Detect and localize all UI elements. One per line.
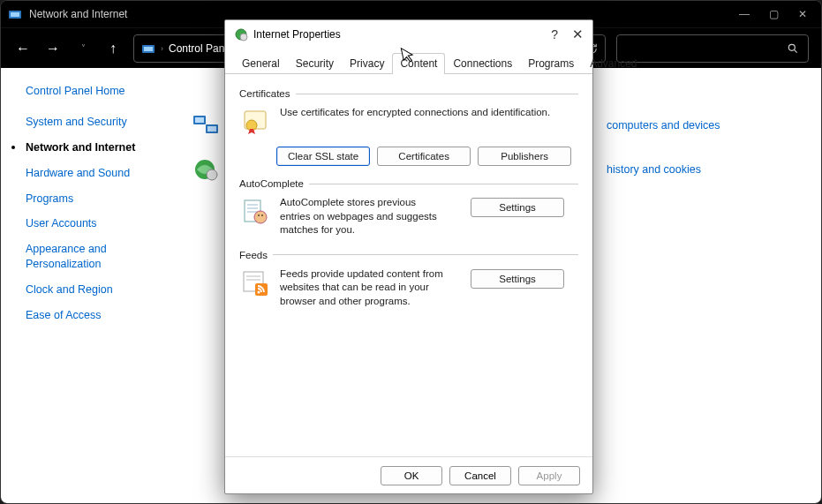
dialog-icon [234,27,248,41]
svg-point-11 [207,169,217,180]
svg-rect-1 [11,12,19,17]
back-button[interactable]: ← [13,41,33,56]
sidebar-item-hardware-sound[interactable]: Hardware and Sound [26,166,163,181]
dialog-close-button[interactable]: ✕ [572,26,584,42]
certificates-button[interactable]: Certificates [377,147,471,166]
help-button[interactable]: ? [551,27,558,41]
sidebar-item-home[interactable]: Control Panel Home [26,84,163,99]
dialog-titlebar: Internet Properties ? ✕ [225,20,592,49]
network-status-icon [193,114,220,137]
svg-point-20 [254,211,267,223]
chevron-right-icon: › [161,44,163,53]
internet-properties-dialog: Internet Properties ? ✕ General Security… [224,19,593,494]
certificates-label: Certificates [239,88,578,99]
control-panel-icon [141,41,155,56]
feeds-settings-button[interactable]: Settings [471,269,564,289]
svg-rect-9 [207,126,216,132]
svg-point-27 [258,290,260,293]
certificate-icon [239,106,271,138]
autocomplete-section: AutoComplete AutoComplete stores previou… [239,178,578,237]
ok-button[interactable]: OK [381,466,442,485]
certificates-section: Certificates Use certificates for encryp… [239,88,578,166]
minimize-button[interactable]: — [739,8,750,20]
sidebar-item-system-security[interactable]: System and Security [26,115,163,130]
dialog-body: Certificates Use certificates for encryp… [225,74,592,456]
tab-advanced[interactable]: Advanced [582,53,645,74]
close-button[interactable]: ✕ [798,8,807,20]
svg-rect-3 [144,47,153,51]
tab-content[interactable]: Content [392,53,445,74]
feeds-section: Feeds Feeds provide updated content from… [239,250,578,309]
sidebar-item-user-accounts[interactable]: User Accounts [26,216,163,231]
dialog-footer: OK Cancel Apply [225,456,592,493]
svg-rect-8 [195,117,204,123]
tab-security[interactable]: Security [288,53,342,74]
window-title: Network and Internet [29,8,127,20]
window-controls: — ▢ ✕ [739,8,814,20]
publishers-button[interactable]: Publishers [478,147,571,166]
window-icon [8,7,22,21]
tab-programs[interactable]: Programs [520,53,582,74]
tab-privacy[interactable]: Privacy [342,53,392,74]
sidebar-item-clock-region[interactable]: Clock and Region [26,282,163,297]
sidebar-item-programs[interactable]: Programs [26,192,163,207]
history-dropdown[interactable]: ˅ [73,43,93,53]
autocomplete-icon [239,196,271,228]
sidebar-item-network-internet[interactable]: Network and Internet [26,140,163,155]
svg-line-5 [794,49,796,52]
internet-options-icon [193,158,220,181]
feeds-icon [239,267,271,299]
feeds-desc: Feeds provide updated content from websi… [280,267,448,309]
tab-connections[interactable]: Connections [445,53,520,74]
bg-link-history[interactable]: history and cookies [607,163,701,176]
svg-point-21 [258,214,260,216]
svg-point-22 [261,214,263,216]
svg-point-13 [240,34,247,41]
tab-general[interactable]: General [234,53,288,74]
apply-button[interactable]: Apply [518,466,580,485]
breadcrumb-item[interactable]: Control Panel [169,42,233,55]
autocomplete-desc: AutoComplete stores previous entries on … [280,196,439,237]
sidebar: Control Panel Home System and Security N… [1,68,177,503]
dialog-title: Internet Properties [253,28,341,41]
search-box[interactable] [616,34,809,63]
up-button[interactable]: ↑ [103,41,123,56]
maximize-button[interactable]: ▢ [769,8,779,20]
sidebar-item-appearance[interactable]: Appearance and Personalization [26,242,163,272]
autocomplete-settings-button[interactable]: Settings [471,198,564,217]
svg-rect-26 [255,283,268,296]
bg-link-devices[interactable]: computers and devices [607,119,720,132]
certificates-desc: Use certificates for encrypted connectio… [280,106,578,120]
feeds-label: Feeds [239,250,578,260]
cancel-button[interactable]: Cancel [449,466,511,485]
svg-point-4 [788,44,795,50]
tab-strip: General Security Privacy Content Connect… [225,52,592,74]
autocomplete-label: AutoComplete [239,178,578,189]
sidebar-item-ease-of-access[interactable]: Ease of Access [26,308,163,323]
search-icon [787,42,799,55]
forward-button[interactable]: → [43,41,63,56]
clear-ssl-button[interactable]: Clear SSL state [276,147,370,166]
